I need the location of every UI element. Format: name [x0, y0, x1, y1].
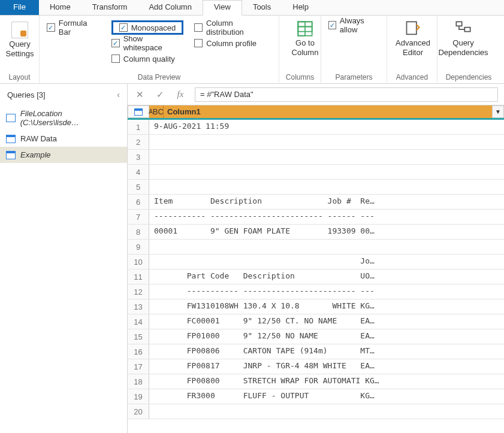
- query-item-rawdata[interactable]: RAW Data: [0, 131, 127, 147]
- row-number: 12: [128, 284, 149, 299]
- group-layout: Layout: [5, 71, 34, 83]
- table-row[interactable]: 4: [128, 165, 504, 180]
- tab-view[interactable]: View: [203, 0, 242, 16]
- table-row[interactable]: 3: [128, 150, 504, 165]
- row-number: 17: [128, 359, 149, 374]
- cell[interactable]: Item Description Job # Re…: [149, 195, 504, 209]
- tab-file[interactable]: File: [0, 0, 39, 15]
- cell[interactable]: Jo…: [149, 255, 504, 269]
- checkbox-show-whitespace[interactable]: Show whitespace: [111, 36, 183, 50]
- query-item-filelocation[interactable]: FileLocation (C:\Users\lisde…: [0, 105, 127, 131]
- row-number: 18: [128, 374, 149, 389]
- row-number: 2: [128, 135, 149, 149]
- query-dependencies-button[interactable]: Query Dependencies: [442, 18, 484, 59]
- cell[interactable]: FP00806 CARTON TAPE (914m) MT…: [149, 344, 504, 359]
- cell[interactable]: FW1310108WH 130.4 X 10.8 WHITE KG…: [149, 299, 504, 314]
- table-row[interactable]: 19 FR3000 FLUFF - OUTPUT KG…: [128, 389, 504, 404]
- table-row[interactable]: 2: [128, 135, 504, 150]
- query-item-example[interactable]: Example: [0, 147, 127, 163]
- cell[interactable]: FC00001 9" 12/50 CT. NO NAME EA…: [149, 314, 504, 329]
- formula-bar: ✕ ✓ fx: [128, 84, 504, 105]
- cell[interactable]: FP00817 JNRP - TGR-4 48M WHITE EA…: [149, 359, 504, 374]
- menubar: File Home Transform Add Column View Tool…: [0, 0, 504, 16]
- column-filter-dropdown[interactable]: ▼: [492, 105, 504, 118]
- formula-input[interactable]: [195, 87, 498, 102]
- row-number: 6: [128, 195, 149, 209]
- row-number: 3: [128, 150, 149, 164]
- table-row[interactable]: 6Item Description Job # Re…: [128, 195, 504, 210]
- cell[interactable]: Part Code Description UO…: [149, 270, 504, 284]
- row-number: 9: [128, 240, 149, 254]
- tab-help[interactable]: Help: [282, 0, 319, 15]
- svg-rect-5: [456, 22, 461, 26]
- table-row[interactable]: 13 FW1310108WH 130.4 X 10.8 WHITE KG…: [128, 299, 504, 314]
- cell[interactable]: [149, 165, 504, 179]
- table-row[interactable]: 19-AUG-2021 11:59: [128, 120, 504, 135]
- cell[interactable]: [149, 404, 504, 419]
- cell[interactable]: [149, 180, 504, 194]
- cell[interactable]: FP00800 STRETCH WRAP FOR AUTOMATI KG…: [149, 374, 504, 389]
- table-row[interactable]: 16 FP00806 CARTON TAPE (914m) MT…: [128, 344, 504, 359]
- tab-tools[interactable]: Tools: [242, 0, 282, 15]
- row-number: 20: [128, 404, 149, 419]
- collapse-pane-icon[interactable]: ‹: [117, 90, 120, 99]
- goto-column-button[interactable]: Go to Column: [284, 18, 326, 59]
- cell[interactable]: ----------- ------------------------ ---…: [149, 210, 504, 224]
- table-row[interactable]: 20: [128, 404, 504, 419]
- checkbox-formula-bar[interactable]: Formula Bar: [47, 20, 101, 35]
- table-row[interactable]: 800001 9" GEN FOAM PLATE 193309 00…: [128, 225, 504, 240]
- ribbon: Query Settings Layout Formula Bar Monosp…: [0, 16, 504, 84]
- advanced-editor-button[interactable]: Advanced Editor: [392, 18, 434, 59]
- checkbox-column-distribution[interactable]: Column distribution: [194, 20, 271, 35]
- table-row[interactable]: 14 FC00001 9" 12/50 CT. NO NAME EA…: [128, 314, 504, 329]
- row-number: 7: [128, 210, 149, 224]
- table-row[interactable]: 9: [128, 240, 504, 255]
- svg-rect-6: [464, 28, 470, 32]
- cell[interactable]: 9-AUG-2021 11:59: [149, 120, 504, 134]
- cell[interactable]: ----------- ------------------------ ---: [149, 284, 504, 299]
- cell[interactable]: [149, 135, 504, 149]
- cell[interactable]: FP01000 9" 12/50 NO NAME EA…: [149, 329, 504, 344]
- checkbox-column-profile[interactable]: Column profile: [194, 36, 271, 50]
- fx-icon[interactable]: fx: [174, 89, 186, 101]
- table-row[interactable]: 15 FP01000 9" 12/50 NO NAME EA…: [128, 329, 504, 344]
- group-columns: Columns: [284, 71, 316, 83]
- table-icon: [6, 135, 16, 143]
- grid-icon: [297, 20, 313, 37]
- tab-home[interactable]: Home: [39, 0, 82, 15]
- group-data-preview: Data Preview: [44, 71, 274, 83]
- table-icon: [6, 151, 16, 159]
- query-settings-button[interactable]: Query Settings: [5, 18, 35, 62]
- svg-rect-4: [407, 22, 417, 34]
- tab-transform[interactable]: Transform: [82, 0, 138, 15]
- table-row[interactable]: 7----------- ------------------------ --…: [128, 210, 504, 225]
- row-number: 5: [128, 180, 149, 194]
- cell[interactable]: 00001 9" GEN FOAM PLATE 193309 00…: [149, 225, 504, 239]
- checkbox-always-allow[interactable]: Always allow: [326, 18, 382, 32]
- table-row[interactable]: 11 Part Code Description UO…: [128, 270, 504, 284]
- table-icon-corner[interactable]: [128, 105, 149, 118]
- row-number: 4: [128, 165, 149, 179]
- svg-rect-1: [298, 22, 305, 35]
- table-row[interactable]: 17 FP00817 JNRP - TGR-4 48M WHITE EA…: [128, 359, 504, 374]
- cancel-icon[interactable]: ✕: [134, 89, 146, 101]
- cell[interactable]: FR3000 FLUFF - OUTPUT KG…: [149, 389, 504, 404]
- editor-icon: [405, 20, 421, 37]
- checkbox-column-quality[interactable]: Column quality: [111, 52, 183, 66]
- column-name[interactable]: Column1: [164, 105, 492, 118]
- datatype-text-icon[interactable]: ABC: [149, 105, 164, 118]
- row-number: 8: [128, 225, 149, 239]
- row-number: 13: [128, 299, 149, 314]
- table-row[interactable]: 12 ----------- ------------------------ …: [128, 284, 504, 299]
- checkbox-monospaced[interactable]: Monospaced: [111, 20, 183, 35]
- settings-icon: [11, 22, 28, 38]
- group-dependencies: Dependencies: [442, 71, 495, 83]
- cell[interactable]: [149, 150, 504, 164]
- table-row[interactable]: 18 FP00800 STRETCH WRAP FOR AUTOMATI KG…: [128, 374, 504, 389]
- row-number: 10: [128, 255, 149, 269]
- table-row[interactable]: 5: [128, 180, 504, 195]
- table-row[interactable]: 10 Jo…: [128, 255, 504, 270]
- tab-addcolumn[interactable]: Add Column: [138, 0, 203, 15]
- cell[interactable]: [149, 240, 504, 254]
- confirm-icon[interactable]: ✓: [154, 89, 166, 101]
